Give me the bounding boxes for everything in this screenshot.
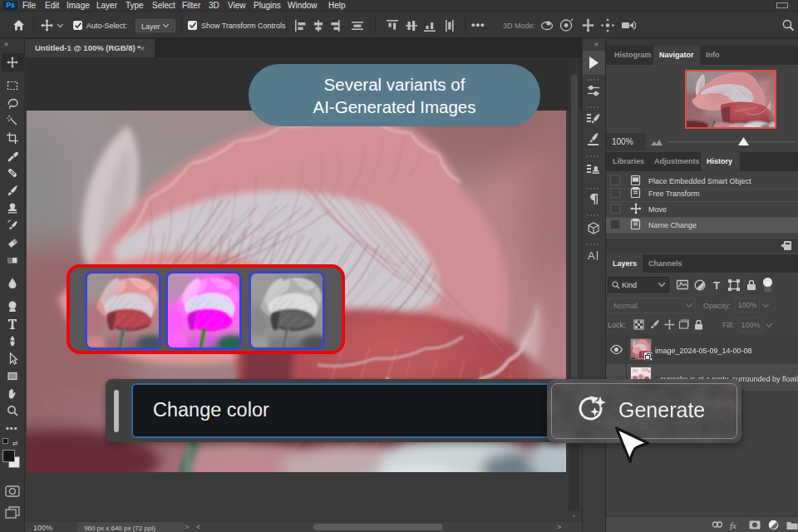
svg-text:fx: fx — [730, 520, 736, 530]
svg-text:T: T — [713, 279, 721, 291]
svg-text:A: A — [588, 249, 595, 262]
